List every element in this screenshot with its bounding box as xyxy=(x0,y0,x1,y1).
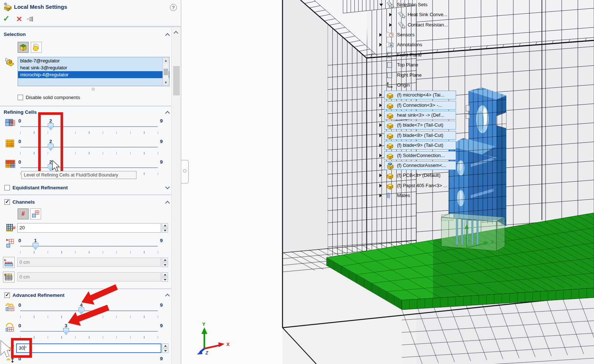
panel-title: Local Mesh Settings xyxy=(14,4,67,10)
collapse-channels-chevron[interactable] xyxy=(166,200,170,204)
collapsed-arrow-icon[interactable] xyxy=(379,134,382,137)
slider-thumb[interactable] xyxy=(33,243,39,250)
tree-item-f-blade-8-tail-cut[interactable]: (f) blade<8> (Tail-Cut) xyxy=(181,131,460,140)
plane-icon xyxy=(386,51,393,60)
number-of-cells-field[interactable]: 20 xyxy=(17,223,161,233)
collapsed-arrow-icon[interactable] xyxy=(379,194,382,197)
collapse-refining-chevron[interactable] xyxy=(166,110,170,114)
curvature-criterion-spinner[interactable] xyxy=(162,343,168,353)
channel-refinement-slider[interactable]: 0 1 9 xyxy=(0,238,171,258)
tree-item-f-papst-405-fan-3[interactable]: (f) Papst 405 Fan<3> ... xyxy=(181,181,460,190)
collapsed-arrow-icon[interactable] xyxy=(379,184,382,188)
collapse-selection-chevron[interactable] xyxy=(166,32,170,36)
help-icon[interactable]: ? xyxy=(170,4,177,11)
cancel-x-icon[interactable]: ✕ xyxy=(16,15,22,23)
panel-scrollbar[interactable] xyxy=(171,28,181,364)
scroll-up-icon[interactable]: ▲ xyxy=(163,58,169,63)
collapsed-arrow-icon[interactable] xyxy=(379,103,382,107)
collapsed-arrow-icon[interactable] xyxy=(379,43,382,47)
list-resize-handle[interactable] xyxy=(92,88,95,91)
collapsed-arrow-icon[interactable] xyxy=(379,33,382,37)
collapsed-arrow-icon[interactable] xyxy=(379,154,382,157)
tree-item-f-microchip-4-tai[interactable]: (f) microchip<4> (Tai... xyxy=(181,91,460,100)
graphics-viewport[interactable]: X Y X Z Selection SetsHeat Sink Conve...… xyxy=(181,0,594,364)
collapsed-arrow-icon[interactable] xyxy=(379,174,382,177)
tree-item-f-blade-9-tail-cut[interactable]: (f) blade<9> (Tail-Cut) xyxy=(181,141,460,150)
small-solid-features-slider[interactable]: 0 4 9 xyxy=(0,302,171,322)
tree-item-label: Front Plane xyxy=(397,52,422,58)
tree-item-label: Mates xyxy=(397,193,410,198)
list-item-selected[interactable]: microchip-4@regulator xyxy=(18,71,169,78)
collapse-advanced-chevron[interactable] xyxy=(166,293,170,296)
tree-item-f-blade-7-tail-cut[interactable]: (f) blade<7> (Tail-Cut) xyxy=(181,121,460,130)
scroll-down-icon[interactable]: ▼ xyxy=(163,80,169,85)
collapsed-arrow-icon[interactable] xyxy=(379,143,382,147)
plane-icon xyxy=(386,61,393,70)
refine-fluid-cells-icon xyxy=(5,139,15,150)
panel-scroll-thumb[interactable] xyxy=(173,66,180,95)
list-item[interactable]: heat sink-3@regulator xyxy=(18,64,169,71)
tree-item-label: Contact Resistan... xyxy=(408,22,448,28)
list-item[interactable]: blade-7@regulator xyxy=(18,57,169,64)
selection-list[interactable]: blade-7@regulator heat sink-3@regulator … xyxy=(18,57,170,86)
tree-item-f-solderconnection[interactable]: (f) SolderConnection... xyxy=(181,151,460,160)
collapsed-arrow-icon[interactable] xyxy=(389,13,392,17)
expanded-arrow-icon[interactable] xyxy=(379,4,383,6)
tree-item-contact-resistan[interactable]: Contact Resistan... xyxy=(181,21,460,30)
tree-item-heat-sink-3-def[interactable]: heat sink<3> -> (Def... xyxy=(181,111,460,120)
min-channel-height-icon[interactable] xyxy=(3,257,15,268)
collapsed-arrow-icon[interactable] xyxy=(379,113,382,117)
component-faces-icon xyxy=(5,57,16,70)
sensors-folder-icon xyxy=(386,31,394,39)
select-fluid-region-icon[interactable] xyxy=(31,42,42,53)
number-of-cells-spinner[interactable] xyxy=(162,223,168,233)
part-icon xyxy=(386,102,394,110)
tree-item-annotations[interactable]: AAnnotations xyxy=(181,40,460,50)
collapsed-arrow-icon[interactable] xyxy=(379,93,382,97)
tree-item-f-connectorassem[interactable]: (f) ConnectorAssem<... xyxy=(181,161,460,170)
tree-item-front-plane[interactable]: Front Plane xyxy=(181,51,460,60)
panel-scroll-up-icon[interactable] xyxy=(174,30,178,34)
equidistant-refinement-checkbox[interactable] xyxy=(4,185,10,190)
slider-thumb[interactable] xyxy=(63,328,69,335)
tree-item-heat-sink-conve[interactable]: Heat Sink Conve... xyxy=(181,10,460,19)
tree-item-origin[interactable]: Origin xyxy=(181,81,460,90)
curvature-criterion-field[interactable]: 30° xyxy=(16,343,161,353)
max-channel-height-icon[interactable] xyxy=(3,272,15,283)
channels-number-icon[interactable]: # xyxy=(18,208,29,219)
tree-item-label: Annotations xyxy=(397,42,422,47)
tree-item-right-plane[interactable]: Right Plane xyxy=(181,71,460,80)
axis-overlay-x-label: X xyxy=(491,239,494,245)
tree-item-sensors[interactable]: Sensors xyxy=(181,30,460,40)
collapsed-arrow-icon[interactable] xyxy=(379,164,382,167)
expand-equidistant-chevron[interactable] xyxy=(166,185,170,189)
channel-refinement-level-icon xyxy=(6,238,15,250)
advanced-refinement-checkbox[interactable] xyxy=(4,292,10,298)
tree-item-f-connection-3[interactable]: (f) Connection<3> -... xyxy=(181,101,460,110)
tree-splitter-handle[interactable] xyxy=(181,160,189,183)
tree-item-mates[interactable]: Mates xyxy=(181,191,460,200)
list-scrollbar[interactable]: ▲ ▼ xyxy=(163,58,169,85)
ok-check-icon[interactable]: ✓ xyxy=(3,14,10,23)
tree-item-label: Sensors xyxy=(397,32,415,37)
tree-item-label: (f) PCB<3> (Default) xyxy=(397,172,441,178)
assembly-icon xyxy=(386,162,395,171)
tree-item-f-pcb-3-default[interactable]: (f) PCB<3> (Default) xyxy=(181,171,460,180)
part-icon xyxy=(386,112,394,120)
svg-text:#: # xyxy=(13,225,16,230)
tree-item-selection-sets[interactable]: Selection Sets xyxy=(181,0,460,10)
mates-icon xyxy=(386,192,393,200)
scroll-thumb[interactable] xyxy=(164,69,168,75)
collapsed-arrow-icon[interactable] xyxy=(389,23,392,27)
channels-checkbox[interactable] xyxy=(4,199,10,205)
slider-thumb[interactable] xyxy=(79,307,84,314)
tree-item-top-plane[interactable]: Top Plane xyxy=(181,61,460,70)
refine-fluid-cells-slider[interactable]: 0 2 9 xyxy=(0,139,171,159)
refine-all-cells-slider[interactable]: 0 2 9 xyxy=(0,118,171,138)
disable-solid-components-checkbox[interactable] xyxy=(18,95,23,100)
pin-icon[interactable] xyxy=(26,16,35,23)
collapsed-arrow-icon[interactable] xyxy=(379,123,382,127)
channels-size-icon[interactable] xyxy=(30,208,41,219)
part-icon xyxy=(386,182,394,191)
select-solid-cube-icon[interactable] xyxy=(18,42,29,53)
